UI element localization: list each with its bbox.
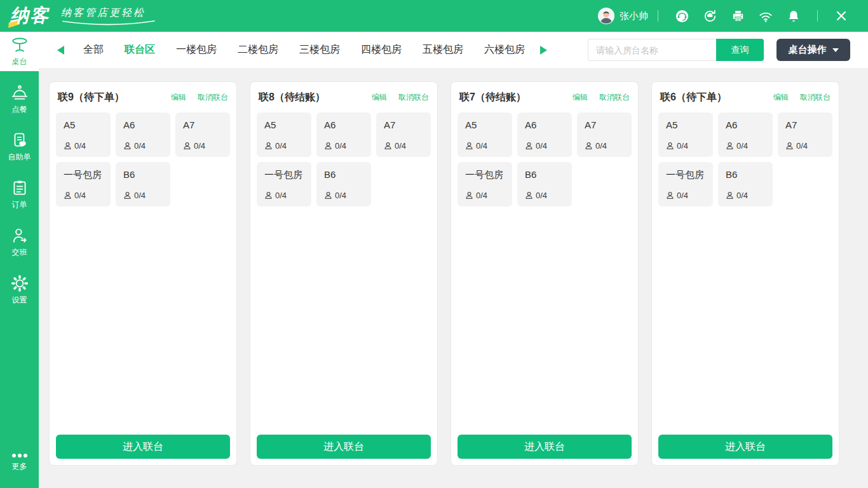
floor-tab[interactable]: 六楼包房 [484,43,525,57]
search-group: 查询 [588,39,764,61]
floor-tab[interactable]: 全部 [83,43,104,57]
card-header: 联7（待结账） 编辑 取消联台 [458,82,632,112]
table-tile[interactable]: A7 0/4 [175,112,230,157]
floor-tab[interactable]: 五楼包房 [423,43,463,57]
scroll-right-icon[interactable] [540,46,547,55]
person-icon [726,191,734,200]
table-occupancy: 0/4 [64,141,107,151]
floor-tab[interactable]: 一楼包房 [176,43,217,57]
person-icon [64,142,72,150]
settings-icon [10,274,29,293]
card-title: 联8（待结账） [259,91,325,104]
table-name: A6 [123,119,166,130]
table-tile[interactable]: A7 0/4 [577,112,632,157]
close-icon[interactable] [834,8,849,24]
caret-down-icon [832,48,839,52]
floor-tabs: 全部联台区一楼包房二楼包房三楼包房四楼包房五楼包房六楼包房 [83,43,525,57]
table-tile[interactable]: A6 0/4 [718,112,773,157]
table-icon [10,36,29,55]
scroll-left-icon[interactable] [57,46,64,55]
table-occupancy: 0/4 [465,141,508,151]
floor-navbar: 全部联台区一楼包房二楼包房三楼包房四楼包房五楼包房六楼包房 查询 桌台操作 [39,32,868,68]
person-icon [123,142,132,150]
cancel-link-group-link[interactable]: 取消联台 [599,92,630,103]
table-tile[interactable]: B6 0/4 [718,162,773,207]
table-tile[interactable]: 一号包房 0/4 [56,162,111,207]
avatar [598,8,614,24]
person-icon [525,142,533,150]
table-occupancy: 0/4 [324,191,367,200]
person-icon [726,142,734,150]
floor-tab[interactable]: 联台区 [125,43,155,57]
floor-tab[interactable]: 二楼包房 [238,43,278,57]
table-name: A5 [465,119,508,130]
table-tile[interactable]: A6 0/4 [116,112,170,157]
table-tile[interactable]: 一号包房 0/4 [458,162,512,207]
table-name: A6 [726,119,769,130]
link-group-card: 联6（待下单） 编辑 取消联台 A5 0/4 A6 0/4 A7 [651,81,839,466]
table-grid: A5 0/4 A6 0/4 A7 0/4 一号包房 [658,112,832,207]
table-tile[interactable]: A5 0/4 [257,112,311,157]
cancel-link-group-link[interactable]: 取消联台 [800,92,831,103]
sidebar-item-settings[interactable]: 设置 [0,270,39,309]
table-ops-button[interactable]: 桌台操作 [776,39,850,61]
wifi-icon[interactable] [758,8,773,24]
table-tile[interactable]: A7 0/4 [778,112,832,157]
card-header: 联9（待下单） 编辑 取消联台 [56,82,230,112]
table-occupancy: 0/4 [324,141,367,151]
user-account[interactable]: 张小帅 [598,8,648,24]
table-tile[interactable]: A7 0/4 [376,112,431,157]
sidebar-item-shift[interactable]: 交班 [0,222,39,262]
card-title: 联9（待下单） [58,91,125,104]
table-tile[interactable]: 一号包房 0/4 [658,162,713,207]
person-icon [64,191,72,200]
table-grid: A5 0/4 A6 0/4 A7 0/4 一号包房 [257,112,431,207]
edit-link[interactable]: 编辑 [573,92,588,103]
table-occupancy: 0/4 [666,141,709,151]
table-name: B6 [123,169,166,180]
floor-tab[interactable]: 四楼包房 [361,43,402,57]
sidebar-item-orders[interactable]: 订单 [0,175,39,214]
sidebar-item-self-order[interactable]: 自助单 [0,127,39,166]
person-icon [465,191,473,200]
printer-icon[interactable] [730,8,745,24]
table-tile[interactable]: B6 0/4 [316,162,371,207]
support-icon[interactable] [674,8,689,24]
sidebar-item-order[interactable]: 点餐 [0,79,39,119]
table-tile[interactable]: B6 0/4 [116,162,170,207]
table-tile[interactable]: A5 0/4 [458,112,512,157]
cancel-link-group-link[interactable]: 取消联台 [398,92,429,103]
sync-icon[interactable] [702,8,717,24]
edit-link[interactable]: 编辑 [171,92,186,103]
enter-link-group-button[interactable]: 进入联台 [257,435,431,459]
edit-link[interactable]: 编辑 [773,92,789,103]
table-occupancy: 0/4 [785,141,829,151]
table-name: A5 [64,119,107,130]
person-icon [785,142,794,150]
divider [817,10,818,22]
edit-link[interactable]: 编辑 [372,92,387,103]
enter-link-group-button[interactable]: 进入联台 [458,435,632,459]
sidebar-item-tables[interactable]: 桌台 [0,32,39,71]
table-tile[interactable]: B6 0/4 [517,162,572,207]
table-occupancy: 0/4 [264,141,308,151]
search-input[interactable] [588,39,716,61]
sidebar-item-more[interactable]: 更多 [0,442,39,482]
person-icon [666,191,674,200]
table-tile[interactable]: A5 0/4 [56,112,111,157]
enter-link-group-button[interactable]: 进入联台 [56,435,230,459]
table-grid: A5 0/4 A6 0/4 A7 0/4 一号包房 [458,112,632,207]
cancel-link-group-link[interactable]: 取消联台 [198,92,228,103]
table-tile[interactable]: A5 0/4 [658,112,713,157]
floor-tab[interactable]: 三楼包房 [299,43,340,57]
person-icon [264,191,273,200]
table-name: A6 [525,119,568,130]
cloche-icon [10,83,29,102]
enter-link-group-button[interactable]: 进入联台 [658,435,832,459]
bell-icon[interactable] [786,8,801,24]
table-tile[interactable]: A6 0/4 [316,112,371,157]
table-tile[interactable]: 一号包房 0/4 [257,162,311,207]
search-button[interactable]: 查询 [716,39,764,61]
table-tile[interactable]: A6 0/4 [517,112,572,157]
logo-text: 纳客 [10,5,50,25]
